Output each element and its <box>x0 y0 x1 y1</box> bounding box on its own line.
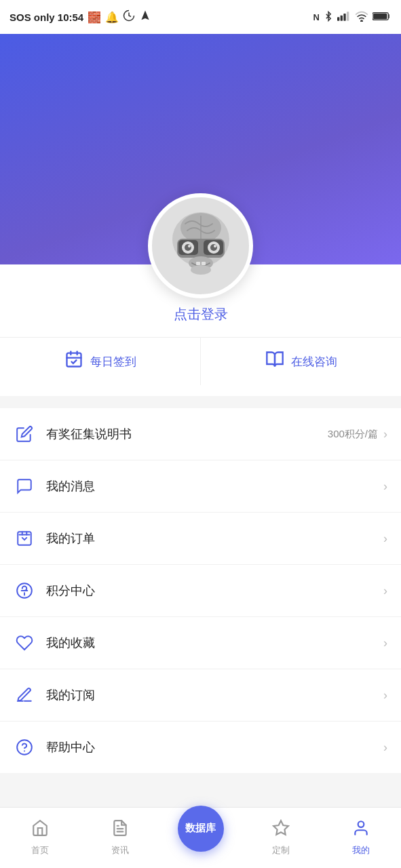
news-icon <box>111 819 129 841</box>
nav-item-news[interactable]: 资讯 <box>80 819 160 856</box>
calendar-icon <box>64 350 83 373</box>
svg-rect-23 <box>66 353 81 367</box>
order-icon <box>14 528 35 549</box>
hero-banner <box>0 34 401 264</box>
menu-item-help-center[interactable]: 帮助中心 › <box>0 722 401 773</box>
edit-icon <box>14 423 35 445</box>
nav-item-mine[interactable]: 我的 <box>321 819 401 856</box>
customize-icon <box>272 819 290 841</box>
database-label: 数据库 <box>185 822 216 835</box>
arrow-icon: › <box>383 636 387 650</box>
svg-rect-0 <box>337 17 339 20</box>
svg-rect-3 <box>347 12 349 20</box>
menu-item-my-subscriptions[interactable]: 我的订阅 › <box>0 669 401 722</box>
bottom-nav: 首页 资讯 数据库 定制 <box>0 807 401 868</box>
login-button[interactable]: 点击登录 <box>174 305 228 323</box>
menu-item-my-favorites[interactable]: 我的收藏 › <box>0 617 401 669</box>
navigation-icon <box>139 9 151 24</box>
svg-rect-1 <box>341 15 343 20</box>
my-subscriptions-label: 我的订阅 <box>46 687 383 703</box>
consult-label: 在线咨询 <box>291 354 337 370</box>
my-messages-label: 我的消息 <box>46 478 383 494</box>
status-bar: SOS only 10:54 🧱 🔔 N <box>0 0 401 34</box>
customize-label: 定制 <box>272 844 290 856</box>
news-label: 资讯 <box>111 844 129 856</box>
help-center-label: 帮助中心 <box>46 739 383 755</box>
svg-point-18 <box>214 245 216 248</box>
arrow-icon: › <box>383 688 387 703</box>
nav-item-home[interactable]: 首页 <box>0 819 80 856</box>
svg-point-38 <box>358 821 364 827</box>
bluetooth-icon <box>324 10 333 24</box>
emoji-icon-1: 🧱 <box>88 11 101 24</box>
heart-icon <box>14 632 35 654</box>
menu-item-points-center[interactable]: 积分中心 › <box>0 565 401 617</box>
database-button[interactable]: 数据库 <box>178 806 224 852</box>
svg-point-17 <box>188 245 191 248</box>
menu-item-my-orders[interactable]: 我的订单 › <box>0 513 401 565</box>
section-gap <box>0 396 401 408</box>
checkin-label: 每日签到 <box>90 354 136 370</box>
mine-icon <box>352 819 370 841</box>
daily-checkin-button[interactable]: 每日签到 <box>0 338 201 385</box>
points-center-label: 积分中心 <box>46 583 383 599</box>
wifi-icon <box>355 11 368 24</box>
svg-rect-20 <box>196 262 200 265</box>
menu-item-collect-manual[interactable]: 有奖征集说明书 300积分/篇 › <box>0 408 401 460</box>
battery-icon <box>373 11 392 24</box>
home-label: 首页 <box>31 844 49 856</box>
sync-icon <box>123 9 135 24</box>
status-right: N <box>313 10 392 24</box>
svg-point-15 <box>185 244 191 251</box>
svg-point-4 <box>361 20 362 22</box>
svg-point-33 <box>17 740 32 755</box>
arrow-icon: › <box>383 584 387 598</box>
svg-rect-27 <box>18 532 31 545</box>
svg-point-16 <box>210 244 217 251</box>
svg-point-22 <box>191 265 211 275</box>
svg-rect-2 <box>343 14 345 21</box>
menu-item-my-messages[interactable]: 我的消息 › <box>0 460 401 513</box>
signal-icon <box>337 11 351 24</box>
arrow-icon: › <box>383 427 387 441</box>
my-orders-label: 我的订单 <box>46 530 383 547</box>
pen-icon <box>14 684 35 706</box>
chat-icon <box>14 475 35 497</box>
bell-icon: 🔔 <box>105 11 119 24</box>
avatar[interactable] <box>148 193 253 298</box>
collect-manual-label: 有奖征集说明书 <box>46 426 328 442</box>
arrow-icon: › <box>383 479 387 494</box>
arrow-icon: › <box>383 532 387 546</box>
nav-item-database[interactable]: 数据库 <box>160 825 240 852</box>
nfc-icon: N <box>313 12 320 22</box>
collect-manual-badge: 300积分/篇 <box>328 428 378 441</box>
svg-rect-21 <box>202 262 206 265</box>
status-text: SOS only 10:54 <box>9 12 83 23</box>
mine-label: 我的 <box>352 844 370 856</box>
online-consult-button[interactable]: 在线咨询 <box>201 338 401 385</box>
quick-actions: 每日签到 在线咨询 <box>0 337 401 385</box>
svg-marker-37 <box>273 821 288 835</box>
svg-rect-6 <box>373 13 387 19</box>
nav-item-customize[interactable]: 定制 <box>241 819 321 856</box>
menu-list: 有奖征集说明书 300积分/篇 › 我的消息 › 我的订单 › <box>0 408 401 773</box>
my-favorites-label: 我的收藏 <box>46 635 383 651</box>
arrow-icon: › <box>383 741 387 755</box>
status-left: SOS only 10:54 🧱 🔔 <box>9 9 151 24</box>
help-icon <box>14 736 35 758</box>
home-icon <box>31 819 49 841</box>
points-icon <box>14 580 35 601</box>
book-icon <box>265 350 284 373</box>
